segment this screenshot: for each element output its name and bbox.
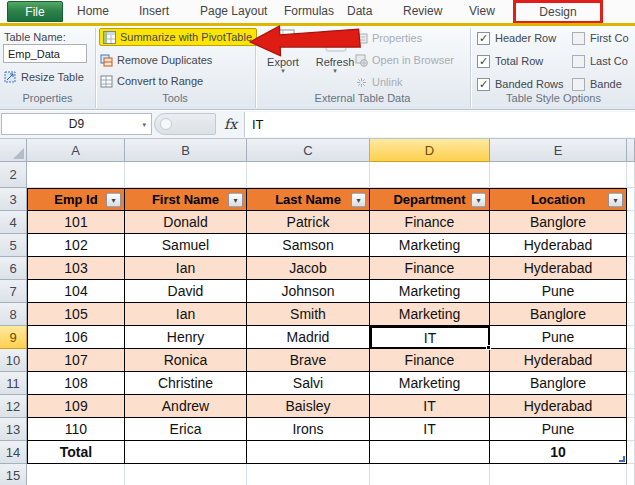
cell-A7[interactable]: 104 bbox=[27, 280, 125, 303]
row-header-3[interactable]: 3 bbox=[0, 188, 27, 211]
cell-D8[interactable]: Marketing bbox=[370, 303, 490, 326]
cell-A6[interactable]: 103 bbox=[27, 257, 125, 280]
cell-E2[interactable] bbox=[490, 162, 627, 188]
cell-E9[interactable]: Pune bbox=[490, 326, 627, 349]
table-resize-handle-icon[interactable] bbox=[619, 456, 625, 462]
cell-F9[interactable] bbox=[627, 326, 635, 349]
cell-B2[interactable] bbox=[125, 162, 247, 188]
resize-table-button[interactable]: Resize Table bbox=[3, 68, 84, 86]
cell-C12[interactable]: Baisley bbox=[247, 395, 370, 418]
row-header-6[interactable]: 6 bbox=[0, 257, 27, 280]
cell-F11[interactable] bbox=[627, 372, 635, 395]
filter-button[interactable]: ▾ bbox=[608, 192, 623, 207]
cell-A8[interactable]: 105 bbox=[27, 303, 125, 326]
banded-columns-checkbox[interactable]: Bande bbox=[572, 76, 622, 92]
row-header-15[interactable]: 15 bbox=[0, 464, 27, 485]
cell-D14[interactable] bbox=[370, 441, 490, 464]
cell-E5[interactable]: Hyderabad bbox=[490, 234, 627, 257]
cell-E11[interactable]: Banglore bbox=[490, 372, 627, 395]
cell-C15[interactable] bbox=[247, 464, 370, 485]
cell-A10[interactable]: 107 bbox=[27, 349, 125, 372]
col-header-C[interactable]: C bbox=[247, 139, 370, 162]
remove-duplicates-button[interactable]: Remove Duplicates bbox=[99, 51, 212, 69]
cell-C10[interactable]: Brave bbox=[247, 349, 370, 372]
cell-D5[interactable]: Marketing bbox=[370, 234, 490, 257]
summarize-with-pivottable-button[interactable]: Summarize with PivotTable bbox=[99, 28, 257, 46]
row-header-14[interactable]: 14 bbox=[0, 441, 27, 464]
cell-A5[interactable]: 102 bbox=[27, 234, 125, 257]
refresh-dropdown-icon[interactable]: ▾ bbox=[333, 68, 337, 74]
cell-B5[interactable]: Samuel bbox=[125, 234, 247, 257]
cell-B7[interactable]: David bbox=[125, 280, 247, 303]
export-dropdown-icon[interactable]: ▾ bbox=[281, 68, 285, 74]
insert-function-button[interactable]: fx bbox=[218, 113, 243, 135]
col-header-sliver[interactable] bbox=[627, 139, 635, 162]
cell-B13[interactable]: Erica bbox=[125, 418, 247, 441]
cell-D15[interactable] bbox=[370, 464, 490, 485]
name-box-dropdown-icon[interactable]: ▾ bbox=[142, 122, 146, 128]
name-box[interactable]: D9 ▾ bbox=[1, 113, 152, 135]
tab-insert[interactable]: Insert bbox=[139, 4, 169, 18]
cell-A2[interactable] bbox=[27, 162, 125, 188]
cell-D11[interactable]: Marketing bbox=[370, 372, 490, 395]
filter-button[interactable]: ▾ bbox=[106, 192, 121, 207]
cell-A15[interactable] bbox=[27, 464, 125, 485]
cell-B8[interactable]: Ian bbox=[125, 303, 247, 326]
cell-F2[interactable] bbox=[627, 162, 635, 188]
table-header-location[interactable]: Location▾ bbox=[490, 188, 627, 211]
col-header-D[interactable]: D bbox=[370, 139, 490, 162]
cell-E12[interactable]: Hyderabad bbox=[490, 395, 627, 418]
row-header-5[interactable]: 5 bbox=[0, 234, 27, 257]
last-column-checkbox[interactable]: Last Co bbox=[572, 53, 628, 69]
cell-C9[interactable]: Madrid bbox=[247, 326, 370, 349]
col-header-B[interactable]: B bbox=[125, 139, 247, 162]
cell-E7[interactable]: Pune bbox=[490, 280, 627, 303]
cell-C13[interactable]: Irons bbox=[247, 418, 370, 441]
cell-E10[interactable]: Hyderabad bbox=[490, 349, 627, 372]
tab-design[interactable]: Design bbox=[539, 5, 576, 19]
row-header-13[interactable]: 13 bbox=[0, 418, 27, 441]
cell-A13[interactable]: 110 bbox=[27, 418, 125, 441]
cell-A9[interactable]: 106 bbox=[27, 326, 125, 349]
row-header-12[interactable]: 12 bbox=[0, 395, 27, 418]
cell-E15[interactable] bbox=[490, 464, 627, 485]
cell-D4[interactable]: Finance bbox=[370, 211, 490, 234]
formula-bar-divider[interactable] bbox=[154, 113, 216, 135]
row-header-2[interactable]: 2 bbox=[0, 162, 27, 188]
cell-E8[interactable]: Banglore bbox=[490, 303, 627, 326]
filter-button[interactable]: ▾ bbox=[471, 192, 486, 207]
table-name-input[interactable]: Emp_Data bbox=[3, 44, 87, 63]
cell-D7[interactable]: Marketing bbox=[370, 280, 490, 303]
tab-view[interactable]: View bbox=[469, 4, 495, 18]
cell-F8[interactable] bbox=[627, 303, 635, 326]
cell-A12[interactable]: 109 bbox=[27, 395, 125, 418]
cell-B10[interactable]: Ronica bbox=[125, 349, 247, 372]
cell-B12[interactable]: Andrew bbox=[125, 395, 247, 418]
cell-C8[interactable]: Smith bbox=[247, 303, 370, 326]
tab-page-layout[interactable]: Page Layout bbox=[200, 4, 267, 18]
cell-B6[interactable]: Ian bbox=[125, 257, 247, 280]
row-header-11[interactable]: 11 bbox=[0, 372, 27, 395]
cell-B9[interactable]: Henry bbox=[125, 326, 247, 349]
cell-C4[interactable]: Patrick bbox=[247, 211, 370, 234]
cell-A4[interactable]: 101 bbox=[27, 211, 125, 234]
convert-to-range-button[interactable]: Convert to Range bbox=[99, 72, 203, 90]
cell-F4[interactable] bbox=[627, 211, 635, 234]
cell-B4[interactable]: Donald bbox=[125, 211, 247, 234]
cell-B15[interactable] bbox=[125, 464, 247, 485]
tab-data[interactable]: Data bbox=[347, 4, 372, 18]
col-header-A[interactable]: A bbox=[27, 139, 125, 162]
cell-F15[interactable] bbox=[627, 464, 635, 485]
first-column-checkbox[interactable]: First Co bbox=[572, 30, 629, 46]
cell-F13[interactable] bbox=[627, 418, 635, 441]
header-row-checkbox[interactable]: ✓ Header Row bbox=[477, 30, 556, 46]
row-header-9[interactable]: 9 bbox=[0, 326, 27, 349]
cell-F14[interactable] bbox=[627, 441, 635, 464]
cell-F6[interactable] bbox=[627, 257, 635, 280]
cell-F10[interactable] bbox=[627, 349, 635, 372]
cell-D6[interactable]: Finance bbox=[370, 257, 490, 280]
row-header-8[interactable]: 8 bbox=[0, 303, 27, 326]
cell-A14[interactable]: Total bbox=[27, 441, 125, 464]
cell-D9[interactable]: IT bbox=[370, 326, 490, 349]
total-row-checkbox[interactable]: ✓ Total Row bbox=[477, 53, 543, 69]
